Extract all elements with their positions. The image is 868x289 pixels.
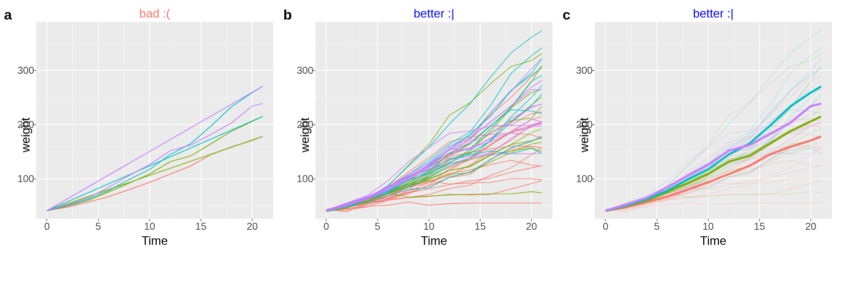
svg-line-49 (232, 92, 252, 106)
svg-line-21 (150, 174, 170, 183)
x-axis-label: Time (36, 234, 273, 248)
x-tick-label: 10 (703, 221, 714, 232)
svg-line-62 (252, 103, 262, 106)
x-tick-label: 0 (603, 221, 608, 232)
y-axis-label: weight (577, 117, 591, 152)
svg-line-44 (129, 170, 150, 180)
plot-area (315, 22, 553, 219)
svg-line-56 (129, 165, 150, 176)
panel-c: cbetter :|10020030005101520weightTime (559, 5, 838, 248)
svg-line-34 (170, 156, 191, 162)
panel-title: better :| (595, 5, 832, 22)
plot-svg (595, 22, 832, 219)
svg-line-37 (232, 121, 252, 131)
plot-box: 10020030005101520weightTime (595, 22, 832, 248)
x-tick-label: 0 (323, 221, 329, 232)
panel-a: abad :(10020030005101520weightTime (0, 5, 279, 248)
y-tick-label: 300 (4, 65, 34, 76)
y-tick-label: 300 (283, 65, 313, 76)
x-tick-label: 15 (195, 221, 206, 232)
svg-line-39 (47, 116, 262, 211)
y-tick-label: 100 (563, 173, 593, 185)
x-tick-label: 10 (144, 221, 155, 232)
x-tick-label: 5 (95, 221, 101, 232)
x-axis-label: Time (315, 234, 553, 248)
panel-label: b (283, 7, 292, 23)
svg-line-51 (47, 86, 262, 211)
x-tick-label: 20 (247, 221, 258, 232)
panel-b: bbetter :|10020030005101520weightTime (279, 5, 559, 248)
y-axis-label: weight (19, 117, 33, 152)
x-axis-label: Time (595, 234, 832, 248)
x-tick-label: 0 (44, 221, 50, 232)
x-tick-label: 5 (375, 221, 380, 232)
panel-title: better :| (315, 5, 553, 22)
svg-line-48 (211, 106, 232, 126)
plot-box: 10020030005101520weightTime (315, 22, 553, 248)
panel-title: bad :( (36, 5, 273, 22)
x-tick-label: 15 (475, 221, 486, 232)
panel-label: a (4, 7, 12, 23)
plot-svg (315, 22, 553, 219)
y-tick-label: 100 (4, 173, 34, 185)
plot-area (595, 22, 832, 219)
y-tick-label: 300 (563, 65, 593, 76)
svg-line-27 (47, 136, 262, 211)
svg-line-58 (170, 145, 191, 151)
y-axis-label: weight (298, 117, 312, 152)
svg-line-45 (150, 155, 170, 169)
plot-box: 10020030005101520weightTime (36, 22, 273, 248)
plot-svg (36, 22, 273, 219)
x-tick-label: 10 (423, 221, 435, 232)
x-tick-label: 5 (654, 221, 660, 232)
y-tick-label: 100 (283, 173, 313, 185)
x-tick-label: 15 (754, 221, 765, 232)
x-tick-label: 20 (805, 221, 816, 232)
svg-line-61 (232, 106, 252, 122)
figure: abad :(10020030005101520weightTimebbette… (0, 0, 868, 289)
svg-line-20 (129, 183, 150, 190)
panel-label: c (563, 7, 571, 23)
plot-area (36, 22, 273, 219)
x-tick-label: 20 (526, 221, 537, 232)
svg-line-57 (150, 151, 170, 165)
